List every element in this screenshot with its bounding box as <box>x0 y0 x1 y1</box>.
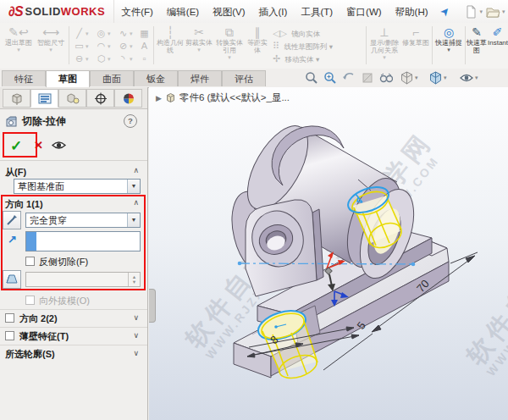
tab-sketch[interactable]: 草图 <box>46 70 90 87</box>
display-style-button[interactable]: ▾ <box>400 71 419 85</box>
slot-tool-icon[interactable]: ⊖ <box>73 53 86 64</box>
from-plane-dropdown[interactable]: 草图基准面 ▼ <box>14 179 141 194</box>
tab-configurations[interactable] <box>58 89 86 108</box>
tab-feature-tree[interactable] <box>3 89 30 108</box>
quick-snaps-button[interactable]: ◎ 快速捕捉 ▾ <box>434 26 463 52</box>
section-view-button[interactable] <box>361 71 374 85</box>
dropdown-arrow-icon[interactable]: ▼ <box>127 180 140 193</box>
linear-sketch-pattern-button[interactable]: ⠿ 线性草图阵列 ▾ <box>273 40 333 52</box>
new-file-button[interactable]: ▾ <box>464 5 483 19</box>
smart-dimension-button[interactable]: ⟷ 智能尺寸 ▾ <box>36 26 66 52</box>
hide-show-items-button[interactable]: ▾ <box>459 71 479 85</box>
view-orientation-button[interactable]: ▾ <box>428 71 448 85</box>
direction1-section-header[interactable]: 方向 1(1) <box>5 198 43 211</box>
expand-chevron-icon[interactable]: ∨ <box>133 313 139 322</box>
menu-view[interactable]: 视图(V) <box>206 1 251 23</box>
cancel-button[interactable]: ✕ <box>34 139 43 152</box>
selection-color-strip <box>26 232 36 251</box>
zoom-fit-button[interactable] <box>305 71 318 85</box>
text-tool-icon[interactable]: A <box>138 41 151 52</box>
flip-side-label[interactable]: 反侧切除(F) <box>39 256 88 268</box>
selected-contours-header[interactable]: 所选轮廓(S) <box>5 348 55 361</box>
reverse-direction-button[interactable] <box>3 211 21 229</box>
tab-weldments[interactable]: 焊件 <box>178 70 222 86</box>
tab-features[interactable]: 特征 <box>2 70 46 86</box>
fillet-tool-icon[interactable]: ◝ <box>117 53 130 64</box>
polygon-tool-icon[interactable]: ⬡ <box>95 53 108 64</box>
panel-flyout-handle[interactable] <box>149 289 156 323</box>
menu-insert[interactable]: 插入(I) <box>252 1 295 23</box>
help-icon[interactable]: ? <box>124 114 137 128</box>
thin-feature-header[interactable]: 薄壁特征(T) <box>19 330 69 343</box>
trim-entities-button[interactable]: ✂ 剪裁实体 ▾ <box>185 26 213 52</box>
graphics-area[interactable]: ▶ 零件6 (默认<<默认>_显... <box>149 87 508 420</box>
menu-help[interactable]: 帮助(H) <box>389 1 435 23</box>
rectangle-tool-icon[interactable]: ▭ <box>73 41 86 52</box>
pin-menu-icon[interactable]: ➤ <box>433 0 456 23</box>
circle-tool-icon[interactable]: ◎ <box>95 28 108 39</box>
line-tool-icon[interactable]: ╱ <box>73 28 86 39</box>
offset-entities-button[interactable]: ∥ 等距实体 <box>246 26 268 54</box>
move-entities-button[interactable]: ✢ 移动实体 ▾ <box>273 52 319 65</box>
point-tool-icon[interactable]: ▫ <box>138 53 151 64</box>
from-section-header[interactable]: 从(F) <box>5 166 26 179</box>
menu-tools[interactable]: 工具(T) <box>294 1 340 23</box>
collapse-chevron-icon[interactable]: ∧ <box>133 198 139 207</box>
realview-button[interactable] <box>379 71 393 85</box>
tab-sheet-metal[interactable]: 钣金 <box>134 70 178 86</box>
draft-angle-spinner[interactable]: ▲▼ <box>25 272 141 287</box>
flyout-feature-tree[interactable]: ▶ 零件6 (默认<<默认>_显... <box>156 91 290 104</box>
draft-outward-label: 向外拔模(O) <box>39 295 90 307</box>
model-view[interactable]: 软件自学网 WWW.RJZXW.COM 软件自学网 WWW.RJZXW.COM … <box>149 87 508 420</box>
ok-button[interactable]: ✓ <box>10 137 22 155</box>
command-tabs: 特征 草图 曲面 钣金 焊件 评估 ▾ ▾ ▾ <box>0 69 508 88</box>
open-file-button[interactable]: ▾ <box>486 5 505 19</box>
view-orientation-icon <box>428 71 443 85</box>
draft-outward-checkbox <box>25 296 35 305</box>
spline-tool-icon[interactable]: ∿ <box>117 28 130 39</box>
exit-sketch-button[interactable]: ✎↩ 退出草图 ▾ <box>3 26 35 52</box>
direction2-group[interactable]: 方向 2(2) ∨ <box>0 309 147 327</box>
previous-view-button[interactable] <box>342 71 356 85</box>
menu-window[interactable]: 窗口(W) <box>340 1 389 23</box>
expand-chevron-icon[interactable]: ∨ <box>133 349 139 357</box>
repair-sketch-button[interactable]: ⌐ 修复草图 <box>401 26 430 47</box>
expand-chevron-icon[interactable]: ∨ <box>133 331 139 340</box>
end-condition-dropdown[interactable]: 完全贯穿 ▼ <box>25 213 141 228</box>
mounting-tab[interactable] <box>246 200 323 296</box>
tab-dimxpert[interactable] <box>86 89 114 108</box>
display-manager-icon <box>122 92 135 105</box>
thin-feature-group[interactable]: 薄壁特征(T) ∨ <box>0 327 147 345</box>
offset-entities-icon: ∥ <box>246 26 268 39</box>
direction2-header[interactable]: 方向 2(2) <box>19 312 58 325</box>
menu-file[interactable]: 文件(F) <box>114 1 160 23</box>
tab-property-manager[interactable] <box>30 89 58 108</box>
draft-button[interactable] <box>3 270 21 289</box>
rapid-sketch-button[interactable]: ✎ 快速草图 <box>467 26 487 54</box>
convert-entities-button[interactable]: ⧉ 转换实体引用 ▾ <box>214 26 245 60</box>
ellipse-tool-icon[interactable]: ⊘ <box>117 41 130 52</box>
selected-contours-group[interactable]: 所选轮廓(S) ∨ <box>0 345 147 362</box>
preview-eye-button[interactable] <box>51 139 67 155</box>
mesh-tool-icon[interactable]: ▦ <box>138 28 151 39</box>
direction2-checkbox[interactable] <box>5 313 14 323</box>
display-delete-relations-button[interactable]: ⟂ 显示/删除几何关系 ▾ <box>369 26 400 60</box>
spinner-arrows-icon[interactable]: ▲▼ <box>128 273 140 286</box>
dropdown-arrow-icon[interactable]: ▼ <box>127 213 140 227</box>
mirror-entities-button[interactable]: ◁▷ 镜向实体 <box>273 27 320 40</box>
tab-display-manager[interactable] <box>114 89 142 108</box>
flip-side-checkbox[interactable] <box>25 257 35 266</box>
menu-edit[interactable]: 编辑(E) <box>160 1 206 23</box>
construction-geometry-button[interactable]: ┆ 构造几何线 <box>157 26 184 54</box>
zoom-area-button[interactable] <box>323 71 337 85</box>
instant2d-button[interactable]: ✐ Instant2D <box>488 26 507 47</box>
tab-surfaces[interactable]: 曲面 <box>90 70 134 86</box>
direction-reference-input[interactable] <box>25 231 141 251</box>
zoom-fit-icon <box>305 71 318 85</box>
tab-evaluate[interactable]: 评估 <box>222 70 266 86</box>
linear-sketch-pattern-icon: ⠿ <box>273 41 279 51</box>
tree-expand-icon[interactable]: ▶ <box>156 94 162 102</box>
collapse-chevron-icon[interactable]: ∧ <box>133 166 139 174</box>
arc-tool-icon[interactable]: ◠ <box>95 41 108 52</box>
thin-feature-checkbox[interactable] <box>5 331 14 340</box>
